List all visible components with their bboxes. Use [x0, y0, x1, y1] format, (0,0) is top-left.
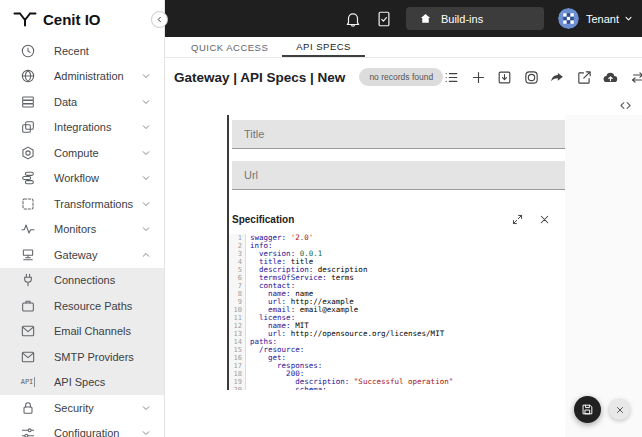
- mail-icon: [20, 349, 36, 365]
- plug-icon: [20, 272, 36, 288]
- lock-icon: [20, 400, 36, 416]
- line-number: 10: [229, 306, 246, 314]
- save-button[interactable]: [574, 396, 601, 423]
- plus-icon[interactable]: [470, 69, 487, 86]
- specification-section: Specification 1swagger: '2.0'2info:3 ver…: [232, 212, 565, 390]
- save-floppy-icon: [581, 403, 594, 416]
- chevron-down-icon: [140, 96, 152, 108]
- administration-icon: [20, 68, 36, 84]
- app-title: Cenit IO: [43, 11, 101, 28]
- line-number: 1: [229, 234, 246, 242]
- line-number: 17: [229, 362, 246, 370]
- tab-api-specs[interactable]: API SPECS: [282, 37, 365, 57]
- chevron-down-icon: [140, 147, 152, 159]
- sidebar-item-label: Monitors: [54, 223, 140, 235]
- build-ins-button[interactable]: Build-ins: [406, 7, 544, 30]
- line-number: 13: [229, 330, 246, 338]
- logo[interactable]: Cenit IO: [0, 0, 164, 38]
- sidebar-item-email-channels[interactable]: Email Channels: [0, 319, 164, 345]
- swap-icon[interactable]: [629, 69, 642, 86]
- sidebar-item-compute[interactable]: Compute: [0, 140, 164, 166]
- line-number: 19: [229, 378, 246, 386]
- line-number: 8: [229, 290, 246, 298]
- notifications-bell-icon[interactable]: [344, 10, 362, 28]
- line-number: 15: [229, 346, 246, 354]
- data-icon: [20, 94, 36, 110]
- line-number: 2: [229, 242, 246, 250]
- code-line: 1swagger: '2.0': [229, 234, 565, 242]
- tab-bar: QUICK ACCESSAPI SPECS: [165, 37, 642, 58]
- sidebar-item-label: Recent: [54, 45, 152, 57]
- title-input[interactable]: [232, 120, 565, 149]
- sidebar-item-workflow[interactable]: Workflow: [0, 166, 164, 192]
- sidebar-item-monitors[interactable]: Monitors: [0, 217, 164, 243]
- line-number: 7: [229, 282, 246, 290]
- gateway-icon: [20, 247, 36, 263]
- sidebar-item-label: Compute: [54, 147, 140, 159]
- form-fields: Specification 1swagger: '2.0'2info:3 ver…: [232, 120, 565, 390]
- close-icon: [615, 405, 625, 415]
- close-icon[interactable]: [538, 213, 551, 226]
- line-number: 11: [229, 314, 246, 322]
- chevron-down-icon: [140, 198, 152, 210]
- sidebar-item-connections[interactable]: Connections: [0, 268, 164, 294]
- sidebar-item-administration[interactable]: Administration: [0, 64, 164, 90]
- tenant-label: Tenant: [586, 13, 619, 25]
- record-icon[interactable]: [523, 69, 540, 86]
- home-icon: [419, 12, 432, 25]
- build-ins-label: Build-ins: [441, 13, 483, 25]
- tasks-document-icon[interactable]: [375, 10, 393, 28]
- share-icon[interactable]: [549, 69, 566, 86]
- transformations-icon: [20, 196, 36, 212]
- sidebar-item-recent[interactable]: Recent: [0, 38, 164, 64]
- tenant-avatar[interactable]: [558, 8, 579, 29]
- tab-quick-access[interactable]: QUICK ACCESS: [177, 37, 282, 57]
- sidebar-item-label: Administration: [54, 70, 140, 82]
- cloud-upload-icon[interactable]: [602, 69, 619, 86]
- sidebar-item-smtp-providers[interactable]: SMTP Providers: [0, 344, 164, 370]
- sidebar: Cenit IO RecentAdministrationDataIntegra…: [0, 0, 165, 437]
- url-input[interactable]: [232, 161, 565, 190]
- chevron-left-icon: [155, 15, 164, 24]
- cancel-button[interactable]: [609, 399, 630, 420]
- sidebar-item-label: Gateway: [54, 249, 140, 261]
- code-view-icon[interactable]: [619, 99, 632, 112]
- line-number: 4: [229, 258, 246, 266]
- api-spec-form: Specification 1swagger: '2.0'2info:3 ver…: [165, 115, 565, 437]
- sidebar-item-gateway[interactable]: Gateway: [0, 242, 164, 268]
- toolbar-actions: [443, 69, 642, 86]
- sidebar-item-label: Security: [54, 402, 140, 414]
- import-icon[interactable]: [496, 69, 513, 86]
- chevron-down-icon: [623, 13, 634, 24]
- specification-header: Specification: [232, 212, 565, 226]
- sidebar-item-configuration[interactable]: Configuration: [0, 421, 164, 437]
- sidebar-item-resource-paths[interactable]: Resource Paths: [0, 293, 164, 319]
- sidebar-item-label: Connections: [54, 274, 152, 286]
- chevron-down-icon: [140, 223, 152, 235]
- tenant-dropdown[interactable]: Tenant: [586, 13, 634, 25]
- chevron-up-icon: [140, 249, 152, 261]
- compute-icon: [20, 145, 36, 161]
- sidebar-item-label: Transformations: [54, 198, 140, 210]
- sidebar-item-transformations[interactable]: Transformations: [0, 191, 164, 217]
- expand-icon[interactable]: [511, 213, 524, 226]
- sidebar-item-security[interactable]: Security: [0, 395, 164, 421]
- chevron-down-icon: [140, 427, 152, 437]
- chevron-down-icon: [140, 70, 152, 82]
- page-title: Gateway | API Specs | New: [174, 70, 345, 85]
- line-number: 3: [229, 250, 246, 258]
- cenit-logo-icon: [13, 9, 37, 29]
- collapse-sidebar-button[interactable]: [151, 11, 168, 28]
- sidebar-item-data[interactable]: Data: [0, 89, 164, 115]
- sidebar-item-label: API Specs: [54, 376, 152, 388]
- code-line: 13 url: http://opensource.org/licenses/M…: [229, 330, 565, 338]
- sidebar-item-api-specs[interactable]: APIAPI Specs: [0, 370, 164, 396]
- sidebar-item-label: Integrations: [54, 121, 140, 133]
- list-icon[interactable]: [443, 69, 460, 86]
- sidebar-item-label: Workflow: [54, 172, 140, 184]
- sidebar-item-integrations[interactable]: Integrations: [0, 115, 164, 141]
- specification-code-editor[interactable]: 1swagger: '2.0'2info:3 version: 0.0.14 t…: [229, 234, 565, 390]
- line-number: 5: [229, 266, 246, 274]
- external-icon[interactable]: [576, 69, 593, 86]
- sidebar-nav: RecentAdministrationDataIntegrationsComp…: [0, 38, 164, 437]
